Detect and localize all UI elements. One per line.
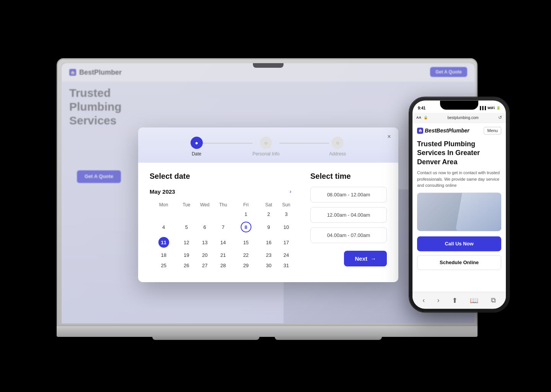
time-slot-2[interactable]: 12.00am - 04.00am <box>310 207 387 223</box>
step-1-circle: ● <box>191 137 203 149</box>
reload-icon[interactable]: ↺ <box>498 115 502 120</box>
stepper: ● Date ○ Personal Info <box>150 137 387 157</box>
calendar-grid: Mon Tue Wed Thu Fri Sat Sun <box>150 201 295 271</box>
calendar-day-14[interactable]: 14 <box>214 235 232 250</box>
calendar-day-1[interactable]: 1 <box>232 209 260 219</box>
calendar-day-4[interactable]: 4 <box>150 219 178 235</box>
phone-notch <box>440 100 478 109</box>
laptop-base <box>57 326 478 337</box>
laptop-foot-left <box>152 335 259 340</box>
time-slot-3[interactable]: 04.00am - 07.00am <box>310 227 387 243</box>
signal-icon: ▐▐▐ <box>479 106 486 110</box>
calendar-day-17[interactable]: 17 <box>277 235 295 250</box>
calendar-next-btn[interactable]: › <box>286 187 295 196</box>
phone-outer: 9:41 ▐▐▐ WiFi 🔋 AA 🔒 bestplumbing.com ↺ <box>409 97 509 312</box>
phone-hero-text: Contact us now to get in contact with tr… <box>417 170 501 189</box>
calendar-week-5: 25 26 27 28 29 30 31 <box>150 260 295 271</box>
lock-icon: 🔒 <box>424 116 428 119</box>
calendar-day-5[interactable]: 5 <box>178 219 195 235</box>
calendar-day-27[interactable]: 27 <box>195 260 214 271</box>
phone-content: AA 🔒 bestplumbing.com ↺ 🏠 BestBestPlumbe… <box>412 113 506 309</box>
next-arrow-icon: → <box>370 255 376 262</box>
battery-icon: 🔋 <box>496 106 500 110</box>
calendar-day-29[interactable]: 29 <box>232 260 260 271</box>
calendar-day-21[interactable]: 21 <box>214 250 232 260</box>
step-1-date: ● Date <box>191 137 203 157</box>
step-line-2 <box>279 143 329 144</box>
step-3-circle: ○ <box>331 137 344 149</box>
step-3-address: ○ Address <box>329 137 346 157</box>
step-2-label: Personal Info <box>253 151 280 157</box>
calendar-week-1: 1 2 3 <box>150 209 295 219</box>
calendar-day-28[interactable]: 28 <box>214 260 232 271</box>
calendar-day-16[interactable]: 16 <box>260 235 277 250</box>
calendar-day-20[interactable]: 20 <box>195 250 214 260</box>
calendar-day-empty-1 <box>150 209 178 219</box>
phone-cta-button[interactable]: Call Us Now <box>417 236 501 251</box>
calendar-day-11[interactable]: 11 <box>150 235 178 250</box>
modal-header: × ● Date ○ Personal Info <box>138 127 398 163</box>
step-3-label: Address <box>329 151 346 157</box>
calendar-day-19[interactable]: 19 <box>178 250 195 260</box>
calendar-header-thu: Thu <box>214 201 232 209</box>
calendar-day-26[interactable]: 26 <box>178 260 195 271</box>
phone-schedule-button[interactable]: Schedule Online <box>417 255 501 270</box>
phone-url-bar: AA 🔒 bestplumbing.com ↺ <box>412 113 506 123</box>
calendar-nav: May 2023 › <box>150 187 295 196</box>
calendar-day-23[interactable]: 23 <box>260 250 277 260</box>
calendar-day-25[interactable]: 25 <box>150 260 178 271</box>
calendar-day-22[interactable]: 22 <box>232 250 260 260</box>
calendar-header-sat: Sat <box>260 201 277 209</box>
phone-nav-back-icon[interactable]: ‹ <box>422 296 425 304</box>
step-line-1 <box>203 143 253 144</box>
time-section: Select time 08.00am - 12.00am 12.00am - … <box>310 172 387 271</box>
main-scene: 🏠 BestPlumber Get A Quote TrustedPlumbin… <box>27 24 524 368</box>
phone-house-icon: 🏠 <box>417 127 423 134</box>
calendar-day-15[interactable]: 15 <box>232 235 260 250</box>
calendar-day-empty-3 <box>195 209 214 219</box>
wifi-icon: WiFi <box>487 106 495 110</box>
next-label: Next <box>355 255 367 262</box>
step-2-circle: ○ <box>260 137 272 149</box>
calendar-day-empty-4 <box>214 209 232 219</box>
aa-label: AA <box>416 116 421 119</box>
phone-nav-forward-icon[interactable]: › <box>437 296 440 304</box>
phone-inner: 9:41 ▐▐▐ WiFi 🔋 AA 🔒 bestplumbing.com ↺ <box>412 100 506 309</box>
phone-status-right: ▐▐▐ WiFi 🔋 <box>479 106 500 110</box>
calendar-day-3[interactable]: 3 <box>277 209 295 219</box>
calendar-day-empty-2 <box>178 209 195 219</box>
calendar-day-24[interactable]: 24 <box>277 250 295 260</box>
calendar-header-wed: Wed <box>195 201 214 209</box>
phone-nav-share-icon[interactable]: ⬆ <box>452 296 458 305</box>
phone-site-header: 🏠 BestBestPlumber Menu <box>417 127 501 134</box>
calendar-day-2[interactable]: 2 <box>260 209 277 219</box>
calendar-week-4: 18 19 20 21 22 23 24 <box>150 250 295 260</box>
phone-nav-tabs-icon[interactable]: ⧉ <box>491 296 496 304</box>
phone-hero-title: Trusted Plumbing Services In Greater Den… <box>417 140 501 167</box>
calendar-header-sun: Sun <box>277 201 295 209</box>
calendar-day-13[interactable]: 13 <box>195 235 214 250</box>
calendar-day-9[interactable]: 9 <box>260 219 277 235</box>
calendar-header-fri: Fri <box>232 201 260 209</box>
calendar-month: May 2023 <box>150 188 175 195</box>
phone-hero-image-inner <box>455 193 501 231</box>
calendar-day-6[interactable]: 6 <box>195 219 214 235</box>
phone-menu-button[interactable]: Menu <box>484 127 501 134</box>
calendar-day-18[interactable]: 18 <box>150 250 178 260</box>
calendar-day-7[interactable]: 7 <box>214 219 232 235</box>
calendar-day-10[interactable]: 10 <box>277 219 295 235</box>
calendar-day-30[interactable]: 30 <box>260 260 277 271</box>
calendar-week-3: 11 12 13 14 15 16 17 <box>150 235 295 250</box>
calendar-week-2: 4 5 6 7 8 9 10 <box>150 219 295 235</box>
time-slot-1[interactable]: 08.00am - 12.00am <box>310 187 387 203</box>
phone-url-text: bestplumbing.com <box>430 116 496 120</box>
calendar-header-tue: Tue <box>178 201 195 209</box>
phone-nav-bar: ‹ › ⬆ 📖 ⧉ <box>412 292 506 309</box>
step-1-label: Date <box>192 151 201 157</box>
phone-device: 9:41 ▐▐▐ WiFi 🔋 AA 🔒 bestplumbing.com ↺ <box>409 97 509 312</box>
calendar-day-12[interactable]: 12 <box>178 235 195 250</box>
calendar-day-8[interactable]: 8 <box>232 219 260 235</box>
phone-nav-book-icon[interactable]: 📖 <box>470 296 478 305</box>
calendar-day-31[interactable]: 31 <box>277 260 295 271</box>
next-button[interactable]: Next → <box>344 251 387 266</box>
